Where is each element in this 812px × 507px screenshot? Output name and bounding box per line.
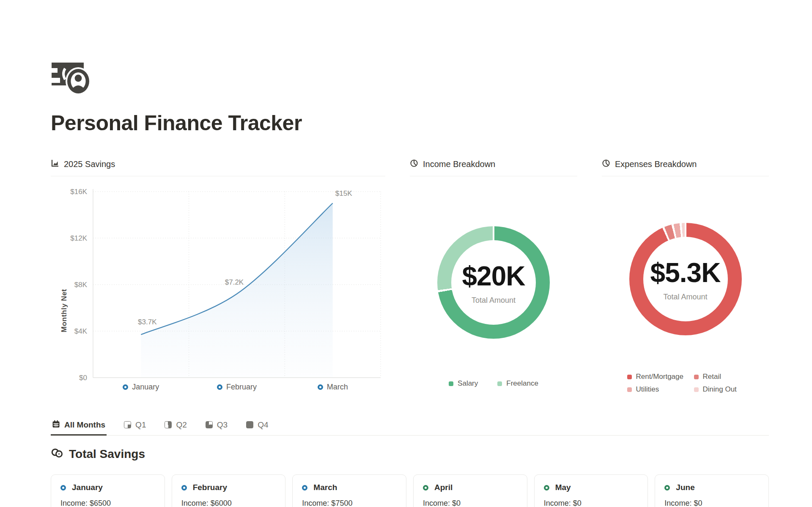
expenses-total-value: $5.3K	[650, 257, 721, 288]
tab-q3[interactable]: Q3	[204, 419, 229, 435]
card-month: June	[676, 483, 694, 492]
legend-label: Salary	[458, 379, 478, 388]
legend-label: Utilities	[636, 385, 659, 394]
legend-label: Retail	[703, 373, 721, 381]
legend-item-salary: Salary	[449, 379, 478, 388]
svg-text:$12K: $12K	[70, 234, 87, 242]
tab-q2[interactable]: Q2	[163, 419, 188, 435]
income-donut-chart: $20K Total Amount	[437, 226, 550, 339]
legend-label: Dining Out	[703, 385, 737, 394]
monthly-cards-row: January Income: $6500 Expenses: $2845 Ne…	[51, 474, 769, 507]
pie-chart-icon	[602, 159, 610, 170]
month-card-june[interactable]: June Income: $0 Expenses: $0 Net: $0	[655, 474, 769, 507]
ring-dot-icon	[217, 384, 222, 390]
legend-item-freelance: Freelance	[497, 379, 538, 388]
svg-text:$4K: $4K	[74, 327, 88, 335]
expenses-breakdown-widget: Expenses Breakdown $5.3K Total Amount Re…	[602, 159, 769, 400]
quarter-4-icon	[246, 421, 253, 428]
ring-dot-icon	[60, 485, 66, 491]
quarter-3-icon	[206, 421, 213, 428]
income-breakdown-title: Income Breakdown	[423, 159, 495, 169]
banknote-coin-icon	[51, 58, 93, 96]
x-axis-label-january: January	[123, 383, 159, 392]
legend-label: Freelance	[506, 379, 538, 388]
card-income: Income: $7500	[302, 499, 397, 507]
legend-label: Rent/Mortgage	[636, 373, 683, 381]
svg-text:$15K: $15K	[335, 189, 352, 197]
card-income: Income: $0	[544, 499, 639, 507]
ring-dot-icon	[181, 485, 187, 491]
card-income: Income: $0	[664, 499, 759, 507]
income-legend: SalaryFreelance	[410, 379, 577, 388]
expenses-breakdown-header: Expenses Breakdown	[602, 159, 769, 176]
card-month: May	[555, 483, 571, 492]
income-breakdown-widget: Income Breakdown $20K Total Amount Salar…	[410, 159, 577, 400]
legend-swatch	[694, 387, 699, 392]
legend-swatch	[627, 387, 632, 392]
card-month: March	[313, 483, 337, 492]
income-total-label: Total Amount	[472, 296, 516, 305]
tab-q1[interactable]: Q1	[123, 419, 147, 435]
ring-dot-icon	[318, 384, 323, 390]
finance-tracker-page: Personal Finance Tracker 2025 Savings Mo…	[0, 58, 812, 507]
page-title: Personal Finance Tracker	[51, 111, 769, 135]
svg-text:$8K: $8K	[74, 281, 88, 289]
calendar-icon	[52, 420, 60, 430]
expenses-total-label: Total Amount	[663, 293, 707, 301]
tab-q4[interactable]: Q4	[245, 419, 269, 435]
tab-label: Q1	[135, 420, 146, 430]
month-card-march[interactable]: March Income: $7500 Expenses: $0 Net: $7…	[292, 474, 406, 507]
x-axis-label-march: March	[318, 383, 348, 392]
x-axis-label-february: February	[217, 383, 257, 392]
savings-line-chart: Monthly Net $0$4K$8K$12K$16K$3.7K$7.2K$1…	[51, 180, 385, 400]
tab-label: Q3	[217, 420, 228, 430]
card-month: April	[434, 483, 453, 492]
ring-dot-icon	[123, 384, 128, 390]
savings-chart-title: 2025 Savings	[64, 159, 115, 169]
card-month: January	[72, 483, 103, 492]
legend-item-dining-out: Dining Out	[694, 385, 744, 394]
total-savings-title: Total Savings	[69, 447, 145, 461]
ring-dot-icon	[544, 485, 549, 491]
ring-dot-icon	[423, 485, 428, 491]
svg-text:$3.7K: $3.7K	[138, 318, 157, 326]
area-chart-icon	[51, 159, 59, 170]
savings-chart-header: 2025 Savings	[51, 159, 385, 176]
expenses-donut-center: $5.3K Total Amount	[643, 237, 728, 321]
legend-item-retail: Retail	[694, 373, 744, 381]
tab-label: Q2	[176, 420, 187, 430]
card-income: Income: $6000	[181, 499, 276, 507]
expenses-legend: Rent/MortgageRetailUtilitiesDining Out	[602, 373, 769, 394]
card-income: Income: $0	[423, 499, 518, 507]
x-axis-labels: JanuaryFebruaryMarch	[51, 383, 385, 395]
month-card-april[interactable]: April Income: $0 Expenses: $0 Net: $0	[413, 474, 527, 507]
svg-text:$0: $0	[79, 374, 87, 382]
quarter-1-icon	[124, 421, 131, 428]
month-filter-tabs: All Months Q1 Q2 Q3 Q4	[51, 419, 769, 436]
legend-swatch	[497, 381, 502, 386]
income-donut-center: $20K Total Amount	[451, 240, 536, 325]
svg-text:$16K: $16K	[70, 188, 87, 196]
coins-icon	[51, 447, 63, 461]
tab-all-months[interactable]: All Months	[51, 419, 107, 436]
month-card-may[interactable]: May Income: $0 Expenses: $0 Net: $0	[534, 474, 648, 507]
legend-swatch	[449, 381, 453, 386]
card-month: February	[193, 483, 227, 492]
month-card-january[interactable]: January Income: $6500 Expenses: $2845 Ne…	[51, 474, 165, 507]
tab-label: All Months	[64, 420, 105, 430]
income-breakdown-header: Income Breakdown	[410, 159, 577, 176]
income-total-value: $20K	[462, 260, 525, 292]
total-savings-heading: Total Savings	[51, 447, 769, 461]
pie-chart-icon	[410, 159, 418, 170]
month-card-february[interactable]: February Income: $6000 Expenses: $2500 N…	[172, 474, 286, 507]
legend-item-utilities: Utilities	[627, 385, 694, 394]
charts-row: 2025 Savings Monthly Net $0$4K$8K$12K$16…	[51, 159, 769, 400]
legend-swatch	[627, 375, 632, 379]
ring-dot-icon	[664, 485, 670, 491]
line-chart-plot: $0$4K$8K$12K$16K$3.7K$7.2K$15K	[51, 180, 385, 400]
legend-item-rent-mortgage: Rent/Mortgage	[627, 373, 694, 381]
svg-text:$7.2K: $7.2K	[225, 278, 244, 286]
expenses-breakdown-title: Expenses Breakdown	[615, 159, 697, 169]
savings-chart-widget: 2025 Savings Monthly Net $0$4K$8K$12K$16…	[51, 159, 385, 400]
quarter-2-icon	[165, 421, 172, 428]
